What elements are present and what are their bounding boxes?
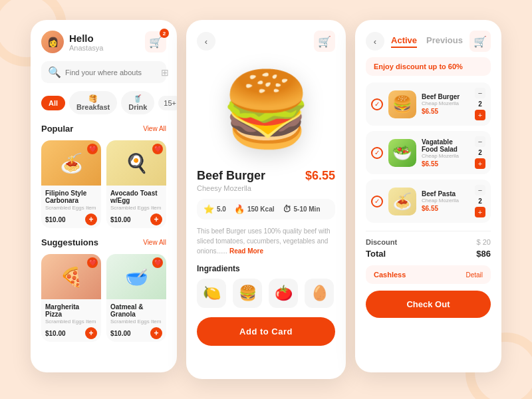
order-item-2-minus[interactable]: −	[475, 136, 485, 147]
suggestion-item-1: ❤️ 🍕 Margherita Pizza Scrambled Eggs Ite…	[41, 254, 101, 342]
grid-icon: ⊞	[161, 67, 169, 78]
suggestion-item-1-sub: Scrambled Eggs Item	[45, 319, 97, 325]
order-item-2-img: 🥗	[388, 139, 416, 167]
clock-icon: ⏱	[283, 204, 291, 214]
home-header: 👩 Hello Anastasya 🛒 2	[41, 31, 166, 53]
total-value: $86	[476, 249, 491, 259]
payment-label: Cashless	[374, 271, 406, 279]
popular-view-all[interactable]: View All	[143, 125, 166, 132]
order-item-3-price: $6.55	[422, 205, 469, 212]
ingredient-4: 🥚	[305, 279, 334, 308]
order-item-2-price: $6.55	[422, 160, 469, 168]
star-icon: ⭐	[203, 204, 214, 214]
popular-item-1-price: $10.00	[45, 216, 66, 223]
order-panel: ‹ Active Previous 🛒 Enjoy discount up to…	[355, 20, 501, 372]
payment-detail-link[interactable]: Detail	[466, 271, 483, 279]
popular-item-2: ❤️ 🍳 Avocado Toast w/Egg Scrambled Eggs …	[106, 140, 166, 228]
add-to-cart-button[interactable]: Add to Card	[197, 317, 335, 346]
filter-all[interactable]: All	[41, 96, 65, 110]
order-nav: ‹ Active Previous 🛒	[366, 31, 491, 52]
suggestion-item-1-add[interactable]: +	[85, 327, 97, 339]
popular-item-2-add[interactable]: +	[150, 213, 162, 225]
cart-badge: 2	[160, 29, 169, 38]
avatar: 👩	[41, 31, 64, 53]
order-item-2-name: Vagatable Food Salad	[422, 138, 469, 153]
filter-breakfast[interactable]: 🥞 Breakfast	[69, 91, 117, 114]
checkout-button[interactable]: Check Out	[366, 291, 491, 318]
ingredients-row: 🍋 🍔 🍅 🥚	[197, 279, 335, 308]
order-item-1-img: 🍔	[388, 90, 416, 118]
suggestion-item-1-footer: $10.00 +	[45, 327, 97, 339]
popular-item-2-name: Avocado Toast w/Egg	[110, 190, 162, 204]
popular-item-2-sub: Scrambled Eggs Item	[110, 205, 162, 211]
popular-item-1-add[interactable]: +	[85, 213, 97, 225]
filter-drink[interactable]: 🥤 Drink	[121, 91, 154, 114]
order-cart-button[interactable]: 🛒	[469, 31, 491, 52]
search-bar[interactable]: 🔍 ⊞	[41, 61, 166, 83]
order-item-1-minus[interactable]: −	[475, 88, 485, 98]
product-panel: ‹ 🛒 🍔 Beef Burger $6.55 Cheesy Mozerlla …	[186, 20, 346, 379]
time-value: 5-10 Min	[294, 205, 321, 213]
suggestions-grid: ❤️ 🍕 Margherita Pizza Scrambled Eggs Ite…	[41, 254, 166, 342]
popular-item-2-price: $10.00	[110, 216, 131, 223]
suggestions-view-all[interactable]: View All	[143, 239, 166, 246]
stat-time: ⏱ 5-10 Min	[283, 204, 321, 214]
back-button[interactable]: ‹	[197, 32, 215, 51]
order-item-2-qty: − 2 +	[475, 136, 485, 169]
order-item-1-price: $6.55	[422, 108, 469, 115]
order-item-1-sub: Cheap Mozerlla	[422, 100, 469, 106]
popular-item-1: ❤️ 🍝 Filipino Style Carbonara Scrambled …	[41, 140, 101, 228]
order-check-2[interactable]: ✓	[371, 147, 383, 159]
home-panel: 👩 Hello Anastasya 🛒 2 🔍 ⊞ All 🥞 Breakfas…	[31, 20, 177, 372]
order-item-1-qty: − 2 +	[475, 88, 485, 120]
popular-title: Popular	[41, 124, 73, 134]
fav-badge-s1: ❤️	[87, 257, 98, 268]
order-item-1-name: Beef Burger	[422, 93, 469, 100]
panels-container: 👩 Hello Anastasya 🛒 2 🔍 ⊞ All 🥞 Breakfas…	[17, 7, 515, 392]
order-list: ✓ 🍔 Beef Burger Cheap Mozerlla $6.55 − 2…	[366, 82, 491, 223]
product-description: This beef Burger uses 100% quality beef …	[197, 226, 335, 256]
cart-button[interactable]: 🛒 2	[145, 31, 166, 53]
order-item-3-plus[interactable]: +	[475, 207, 485, 217]
fav-badge-2: ❤️	[152, 144, 163, 154]
popular-item-1-body: Filipino Style Carbonara Scrambled Eggs …	[41, 186, 101, 228]
order-item-2-plus[interactable]: +	[475, 158, 485, 169]
fav-badge-1: ❤️	[87, 144, 98, 154]
product-image: 🍔	[221, 72, 312, 146]
order-item-3-img: 🍝	[388, 188, 416, 215]
payment-row: Cashless Detail	[366, 265, 491, 284]
product-name: Beef Burger	[197, 169, 265, 183]
filter-more[interactable]: 15+	[158, 96, 177, 110]
suggestion-item-2-footer: $10.00 +	[110, 327, 162, 339]
popular-item-2-footer: $10.00 +	[110, 213, 162, 225]
avatar-greeting: 👩 Hello Anastasya	[41, 31, 103, 53]
order-summary: Discount $ 20 Total $86	[366, 231, 491, 259]
order-item-2: ✓ 🥗 Vagatable Food Salad Cheap Mozerlla …	[366, 131, 491, 174]
tab-active[interactable]: Active	[391, 35, 417, 48]
product-nav: ‹ 🛒	[197, 31, 335, 52]
suggestions-title: Suggestuions	[41, 237, 98, 247]
filter-row: All 🥞 Breakfast 🥤 Drink 15+	[41, 91, 166, 114]
suggestions-section-header: Suggestuions View All	[41, 237, 166, 247]
popular-item-2-body: Avocado Toast w/Egg Scrambled Eggs Item …	[106, 186, 166, 228]
total-label: Total	[366, 249, 386, 259]
order-item-2-num: 2	[478, 149, 482, 156]
search-input[interactable]	[65, 68, 157, 76]
order-check-3[interactable]: ✓	[371, 196, 383, 207]
popular-item-1-name: Filipino Style Carbonara	[45, 190, 97, 204]
order-item-1-num: 2	[478, 100, 482, 108]
ingredient-3: 🍅	[269, 279, 298, 308]
suggestion-item-1-name: Margherita Pizza	[45, 303, 97, 318]
tab-previous[interactable]: Previous	[426, 35, 463, 48]
order-back-button[interactable]: ‹	[366, 32, 384, 51]
order-item-1-plus[interactable]: +	[475, 110, 485, 120]
order-check-1[interactable]: ✓	[371, 98, 383, 110]
suggestion-item-2-add[interactable]: +	[150, 327, 162, 339]
ingredients-title: Ingradients	[197, 264, 335, 273]
discount-value: $ 20	[477, 238, 491, 246]
total-row: Total $86	[366, 249, 491, 259]
read-more-link[interactable]: Read More	[229, 247, 263, 255]
stat-calories: 🔥 150 Kcal	[234, 204, 275, 214]
product-cart-button[interactable]: 🛒	[314, 31, 335, 52]
order-item-3-minus[interactable]: −	[475, 185, 485, 196]
